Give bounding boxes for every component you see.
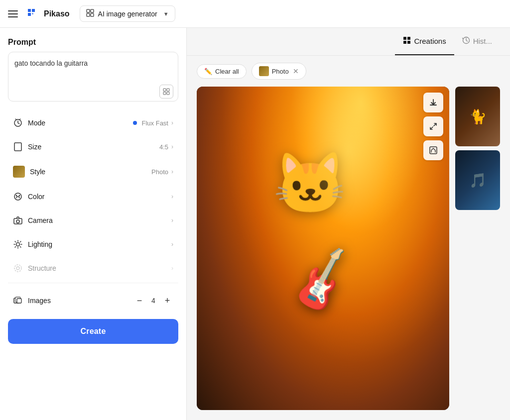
structure-chevron-icon: › xyxy=(171,265,173,272)
mode-chevron-icon: › xyxy=(171,119,173,126)
camera-label: Camera xyxy=(28,216,53,224)
svg-point-14 xyxy=(16,220,19,223)
main-image-container xyxy=(197,87,449,410)
mode-value: Flux Fast xyxy=(142,119,168,127)
mode-indicator xyxy=(133,121,137,125)
side-image-1[interactable]: 🐈 xyxy=(455,87,500,146)
color-icon xyxy=(13,192,23,202)
style-setting[interactable]: Style Photo › xyxy=(8,159,178,184)
tab-creations-label: Creations xyxy=(414,37,446,45)
history-icon xyxy=(462,36,470,46)
svg-rect-20 xyxy=(17,299,21,303)
images-count: 4 xyxy=(149,297,157,305)
lighting-icon xyxy=(13,239,23,249)
prompt-label: Prompt xyxy=(8,38,178,47)
svg-rect-7 xyxy=(167,92,169,95)
svg-rect-0 xyxy=(87,9,90,12)
content-tabs: Creations Hist... xyxy=(395,28,500,55)
svg-rect-23 xyxy=(403,41,406,44)
photo-filter-label: Photo xyxy=(272,68,289,75)
content-topbar: Creations Hist... xyxy=(187,28,510,56)
tab-history-label: Hist... xyxy=(473,37,492,45)
images-setting: Images − 4 + xyxy=(8,288,178,313)
tab-history[interactable]: Hist... xyxy=(454,28,500,55)
sidebar: Prompt gato tocando la guitarra Mode Flu… xyxy=(0,28,187,420)
color-label: Color xyxy=(28,193,44,201)
images-label: Images xyxy=(28,297,51,305)
svg-rect-26 xyxy=(430,147,437,154)
lighting-label: Lighting xyxy=(28,240,52,248)
style-value: Photo xyxy=(151,168,168,176)
prompt-input[interactable]: gato tocando la guitarra xyxy=(8,52,178,102)
svg-rect-3 xyxy=(91,13,94,16)
svg-rect-4 xyxy=(163,89,166,91)
edit-button[interactable] xyxy=(423,140,443,160)
clear-all-label: Clear all xyxy=(215,68,239,75)
size-chevron-icon: › xyxy=(171,143,173,150)
svg-point-15 xyxy=(16,243,20,246)
svg-rect-5 xyxy=(167,89,169,91)
photo-filter-chip[interactable]: Photo ✕ xyxy=(252,63,306,80)
tab-creations[interactable]: Creations xyxy=(395,28,454,55)
style-label: Style xyxy=(30,168,45,176)
app-name: Pikaso xyxy=(44,9,70,18)
structure-icon xyxy=(13,263,23,273)
download-button[interactable] xyxy=(423,93,443,112)
expand-button[interactable] xyxy=(423,116,443,136)
tool-selector-icon xyxy=(86,9,94,18)
size-label: Size xyxy=(28,143,41,151)
create-button[interactable]: Create xyxy=(8,319,178,344)
svg-point-17 xyxy=(16,267,19,270)
size-value: 4:5 xyxy=(159,143,168,151)
svg-rect-6 xyxy=(163,92,166,95)
svg-rect-22 xyxy=(407,37,410,40)
color-chevron-icon: › xyxy=(171,193,173,200)
chevron-down-icon: ▼ xyxy=(163,11,169,17)
clear-all-chip[interactable]: ✏️ Clear all xyxy=(197,64,247,79)
mode-label: Mode xyxy=(28,119,45,127)
side-images: 🐈 🎵 xyxy=(455,87,500,410)
generated-image xyxy=(197,87,449,410)
image-area: 🐈 🎵 xyxy=(187,87,510,420)
mode-icon xyxy=(13,118,23,128)
grid-icon xyxy=(403,36,411,46)
svg-rect-21 xyxy=(403,37,406,40)
brush-icon: ✏️ xyxy=(204,68,212,75)
logo-icon xyxy=(26,7,37,21)
lighting-chevron-icon: › xyxy=(171,241,173,248)
images-icon xyxy=(13,296,23,306)
lighting-setting[interactable]: Lighting › xyxy=(8,233,178,256)
prompt-wrapper: gato tocando la guitarra xyxy=(8,52,178,104)
color-setting[interactable]: Color › xyxy=(8,185,178,208)
decrease-count-button[interactable]: − xyxy=(133,295,145,307)
tool-selector[interactable]: AI image generator ▼ xyxy=(80,5,175,22)
camera-setting[interactable]: Camera › xyxy=(8,209,178,232)
divider xyxy=(8,283,178,283)
style-thumbnail xyxy=(13,166,25,178)
style-chevron-icon: › xyxy=(171,168,173,175)
image-actions xyxy=(423,93,443,160)
structure-label: Structure xyxy=(28,264,56,272)
svg-rect-1 xyxy=(91,9,94,12)
svg-rect-2 xyxy=(87,13,90,16)
tool-selector-label: AI image generator xyxy=(98,10,157,18)
camera-chevron-icon: › xyxy=(171,217,173,224)
filter-bar: ✏️ Clear all Photo ✕ xyxy=(187,56,510,87)
photo-chip-thumbnail xyxy=(259,66,269,76)
remove-photo-filter-icon[interactable]: ✕ xyxy=(293,67,299,75)
settings-list: Mode Flux Fast › Size 4:5 › xyxy=(8,111,178,313)
expand-textarea-icon[interactable] xyxy=(159,85,173,99)
side-image-2[interactable]: 🎵 xyxy=(455,150,500,210)
size-setting[interactable]: Size 4:5 › xyxy=(8,135,178,158)
camera-icon xyxy=(13,215,23,225)
top-navigation: Pikaso AI image generator ▼ xyxy=(0,0,510,28)
main-layout: Prompt gato tocando la guitarra Mode Flu… xyxy=(0,28,510,420)
size-icon xyxy=(13,142,23,152)
svg-point-16 xyxy=(14,265,21,272)
structure-setting[interactable]: Structure › xyxy=(8,257,178,280)
light-rays-overlay xyxy=(197,87,449,410)
content-area: Creations Hist... ✏️ Clear all Photo ✕ xyxy=(187,28,510,420)
mode-setting[interactable]: Mode Flux Fast › xyxy=(8,111,178,134)
increase-count-button[interactable]: + xyxy=(161,295,173,307)
hamburger-menu[interactable] xyxy=(8,10,18,17)
